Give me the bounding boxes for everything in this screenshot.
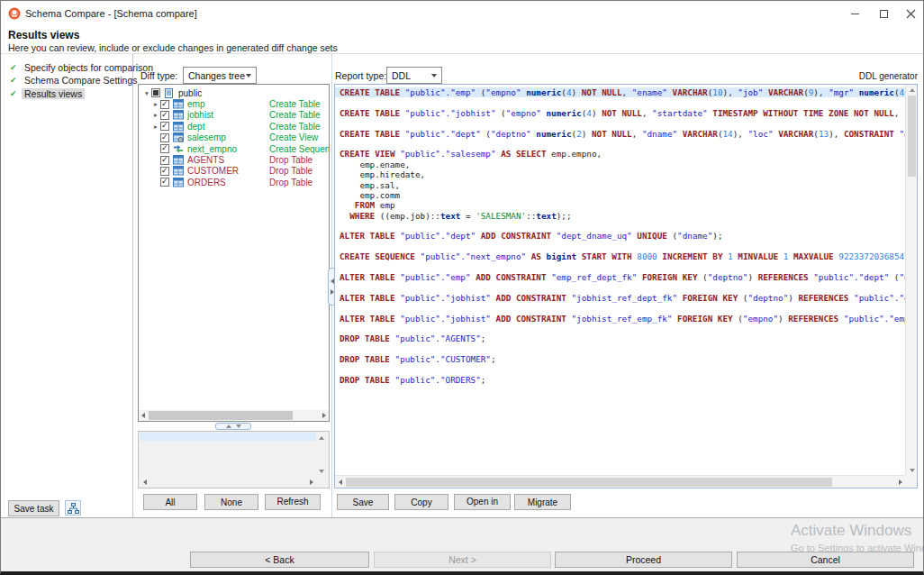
report-type-select[interactable]: DDL (386, 67, 442, 84)
wizard-steps: ✔Specify objects for comparison✔Schema C… (1, 61, 132, 100)
row-checkbox[interactable] (160, 156, 169, 165)
tree-row[interactable]: salesempCreate View (139, 132, 329, 143)
ddl-vscroll-thumb[interactable] (908, 96, 916, 177)
wizard-step[interactable]: ✔Specify objects for comparison (1, 61, 132, 74)
table-icon (173, 155, 185, 165)
tree-hscrollbar[interactable] (139, 410, 329, 421)
expander-icon[interactable]: ▸ (151, 100, 160, 108)
ddl-hscrollbar[interactable] (335, 475, 905, 488)
page-title: Results views (8, 29, 79, 41)
tree-row[interactable]: next_empnoCreate Sequence (139, 143, 329, 154)
detail-scroll-up-icon[interactable] (317, 434, 326, 442)
row-checkbox[interactable] (151, 88, 160, 97)
ddl-line: ALTER TABLE "public"."jobhist" ADD CONST… (335, 293, 905, 303)
detail-scroll-left-icon[interactable] (140, 479, 149, 486)
row-checkbox[interactable] (160, 167, 169, 176)
tree-item-label: salesemp (187, 132, 226, 142)
refresh-report-button[interactable]: Refresh Report (265, 494, 321, 510)
scroll-right-icon[interactable] (895, 476, 905, 488)
changes-tree-panel[interactable]: ▾public▸empCreate Table▸jobhistCreate Ta… (138, 84, 330, 422)
expander-icon[interactable]: ▸ (151, 111, 160, 119)
ddl-line: FROM emp (335, 200, 905, 210)
tree-row[interactable]: ▸empCreate Table (139, 98, 329, 109)
save-task-options-button[interactable] (65, 500, 81, 516)
tree-item-label: dept (187, 122, 204, 132)
change-action-label: Create Sequence (269, 144, 330, 154)
wizard-step[interactable]: ✔Results views (1, 87, 132, 100)
maximize-icon (880, 10, 888, 18)
table-icon (173, 99, 185, 109)
change-detail-panel[interactable] (138, 431, 330, 488)
wizard-step[interactable]: ✔Schema Compare Settings (1, 75, 132, 87)
detail-scroll-right-icon[interactable] (307, 479, 316, 486)
tree-row[interactable]: ▾public (139, 87, 329, 98)
maximize-button[interactable] (873, 6, 894, 22)
change-action-label: Drop Table (269, 155, 313, 165)
scroll-left-icon[interactable] (139, 410, 148, 421)
all-button[interactable]: All (143, 494, 197, 510)
back-button[interactable]: < Back (190, 552, 369, 568)
title-bar: Schema Compare - [Schema compare] (1, 1, 923, 26)
row-checkbox[interactable] (160, 178, 169, 187)
ddl-line (335, 221, 905, 231)
minimize-button[interactable] (844, 6, 865, 22)
ddl-line (335, 262, 905, 272)
row-checkbox[interactable] (160, 100, 169, 109)
change-action-label: Drop Table (269, 166, 313, 176)
step-label: Schema Compare Settings (22, 75, 140, 86)
step-check-icon: ✔ (10, 76, 22, 85)
diff-type-value: Changes tree (188, 70, 245, 81)
ddl-line: CREATE SEQUENCE "public"."next_empno" AS… (335, 251, 905, 261)
close-icon (906, 9, 916, 19)
cancel-button[interactable]: Cancel (737, 552, 914, 568)
splitter-left-icon (331, 278, 334, 284)
scroll-right-icon[interactable] (320, 410, 329, 421)
diff-type-select[interactable]: Changes tree (183, 67, 257, 84)
tree-item-label: AGENTS (187, 155, 224, 165)
tree-row[interactable]: ORDERSDrop Table (139, 177, 329, 187)
ddl-code[interactable]: CREATE TABLE "public"."emp" ("empno" num… (335, 87, 905, 385)
tree-row[interactable]: AGENTSDrop Table (139, 154, 329, 165)
expander-icon[interactable]: ▾ (142, 89, 151, 97)
copy-button[interactable]: Copy (394, 494, 448, 510)
expander-icon[interactable]: ▸ (151, 123, 160, 131)
horizontal-splitter-handle[interactable] (215, 423, 251, 430)
ddl-line: CREATE TABLE "public"."dept" ("deptno" n… (335, 129, 905, 139)
scroll-left-icon[interactable] (335, 476, 345, 488)
diff-type-label: Diff type: (140, 70, 177, 81)
open-in-editor-button[interactable]: Open in Editor (454, 494, 511, 510)
tree-row[interactable]: ▸deptCreate Table (139, 121, 329, 132)
row-checkbox[interactable] (160, 111, 169, 120)
tree-rows: ▾public▸empCreate Table▸jobhistCreate Ta… (139, 87, 329, 188)
scroll-down-icon[interactable] (906, 465, 918, 475)
none-button[interactable]: None (204, 494, 258, 510)
ddl-hscroll-thumb[interactable] (346, 478, 832, 487)
tree-row[interactable]: ▸jobhistCreate Table (139, 110, 329, 121)
save-button[interactable]: Save (337, 494, 389, 510)
detail-selected-row[interactable] (140, 433, 316, 441)
ddl-vscrollbar[interactable] (905, 85, 917, 475)
ddl-report-panel[interactable]: CREATE TABLE "public"."emp" ("empno" num… (334, 84, 918, 488)
save-task-button[interactable]: Save task (8, 500, 59, 516)
close-button[interactable] (900, 6, 921, 22)
tree-hscroll-thumb[interactable] (149, 411, 293, 420)
proceed-button[interactable]: Proceed (555, 552, 732, 568)
row-checkbox[interactable] (160, 144, 169, 153)
detail-scroll-down-icon[interactable] (317, 468, 326, 475)
splitter-right-icon (331, 289, 334, 295)
change-action-label: Create Table (269, 99, 321, 109)
ddl-line (335, 97, 905, 107)
splitter-down-icon (236, 424, 241, 428)
table-icon (173, 178, 185, 187)
row-checkbox[interactable] (160, 122, 169, 131)
header-divider (1, 53, 923, 54)
ddl-line: ALTER TABLE "public"."dept" ADD CONSTRAI… (335, 231, 905, 241)
ddl-line: DROP TABLE "public"."ORDERS"; (335, 375, 905, 385)
tree-row[interactable]: CUSTOMERDrop Table (139, 166, 329, 177)
ddl-line: WHERE ((emp.job)::text = 'SALESMAN'::tex… (335, 211, 905, 221)
migrate-button[interactable]: Migrate (514, 494, 571, 510)
scroll-up-icon[interactable] (906, 85, 918, 95)
table-icon (173, 110, 185, 120)
step-check-icon: ✔ (10, 63, 22, 72)
row-checkbox[interactable] (160, 133, 169, 142)
